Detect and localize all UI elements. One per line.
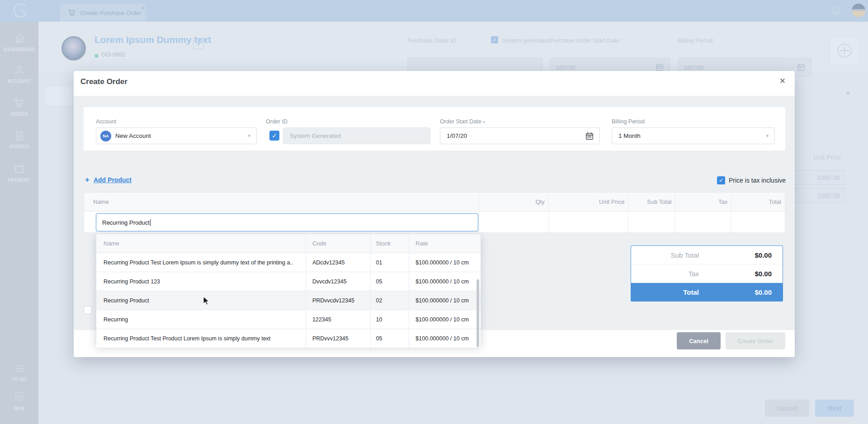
billing-period-value: 1/07/20 [684, 64, 703, 71]
order-id-checkbox[interactable]: ✓ [269, 131, 279, 141]
background-unit-price-cell: 1000.00 [789, 188, 845, 203]
sidebar-label: ACCOUNT [0, 79, 38, 84]
product-option[interactable]: Recurring Product Test Product Lorem Ips… [96, 329, 481, 348]
menu-icon [14, 363, 25, 374]
sidebar-label: PAYMENT [0, 178, 38, 183]
qty-cell[interactable] [479, 212, 548, 232]
po-id-label: Purchase Order ID : [407, 37, 460, 44]
product-option[interactable]: Recurring Product Test Lorem Ipsum is si… [96, 253, 481, 272]
sub-total-row: Sub Total $0.00 [631, 246, 783, 264]
sidebar-item-order[interactable]: ORDER [0, 97, 38, 117]
system-generated-label: System generated [502, 37, 550, 44]
product-option[interactable]: Recurring 122345 10 $100.000000 / 10 cm [96, 310, 481, 329]
billing-period-value: 1 Month [618, 132, 641, 139]
account-select[interactable]: NA New Account ▾ [96, 127, 257, 144]
calendar-icon[interactable] [585, 132, 594, 141]
order-start-date-label: Order Start Date ▾ [440, 118, 485, 125]
sidebar-label: NEW [0, 406, 38, 411]
text-cursor [150, 219, 151, 226]
sidebar-label: INVOICE [0, 144, 38, 149]
tax-inclusive-checkbox[interactable]: ✓ [717, 176, 725, 184]
order-start-date-input[interactable]: 1/07/20 [440, 127, 600, 144]
user-icon [14, 64, 25, 76]
add-product-link[interactable]: + Add Product [85, 175, 132, 184]
po-start-date-value: 1/07/20 [556, 64, 575, 71]
chevron-down-icon[interactable]: ▾ [193, 39, 204, 49]
row-checkbox[interactable] [84, 306, 92, 314]
background-cancel-button[interactable]: Cancel [765, 400, 809, 417]
billing-period-label: Billing Period [612, 118, 645, 125]
mouse-cursor [203, 296, 211, 306]
wallet-icon [13, 163, 25, 175]
background-next-button[interactable]: Next [815, 400, 854, 417]
sidebar-item-new[interactable]: NEW [0, 390, 38, 411]
calendar-icon[interactable] [797, 63, 806, 72]
dropdown-header-code: Code [306, 234, 370, 253]
sidebar-item-todo[interactable]: TO DO [0, 363, 38, 382]
tax-cell [675, 212, 731, 232]
background-close-icon[interactable]: × [845, 90, 850, 97]
tab-close-icon[interactable]: × [140, 5, 147, 12]
tab-create-purchase-order[interactable]: Create Purchase Order [60, 4, 146, 22]
user-avatar[interactable] [852, 4, 865, 17]
sidebar-item-invoice[interactable]: INVOICE [0, 130, 38, 149]
background-unit-price-header: Unit Price [800, 154, 841, 161]
column-header-total: Total [731, 193, 785, 211]
calendar-icon[interactable] [655, 63, 664, 72]
modal-close-icon[interactable]: × [777, 75, 788, 86]
product-option[interactable]: Recurring Product 123 Dvvcdv12345 05 $10… [96, 272, 481, 291]
sidebar-item-account[interactable]: ACCOUNT [0, 64, 38, 84]
chevron-down-icon: ▾ [483, 120, 485, 124]
top-bar: Create Purchase Order × [0, 0, 868, 22]
modal-title: Create Order [80, 77, 127, 86]
column-header-name: Name [84, 193, 479, 211]
account-initials-badge: NA [100, 131, 111, 141]
sidebar-item-payment[interactable]: PAYMENT [0, 163, 38, 183]
dropdown-header-stock: Stock [370, 234, 409, 253]
record-id: GO-0892 [101, 51, 125, 58]
record-avatar [61, 36, 86, 61]
unit-price-cell[interactable] [548, 212, 628, 232]
add-new-card[interactable] [830, 36, 859, 65]
system-generated-checkbox[interactable]: ✓ [491, 36, 498, 43]
po-start-date-label: Purchase Order Start Date : [550, 37, 623, 44]
create-order-button[interactable]: Create Order [726, 332, 785, 349]
plus-circle-icon [13, 390, 26, 403]
sidebar-label: DASHBOARD [0, 47, 38, 52]
total-row: Total $0.00 [631, 283, 783, 301]
column-header-unit-price: Unit Price [548, 193, 628, 211]
billing-period-label: Billing Period: [678, 37, 714, 44]
cart-icon [13, 97, 25, 109]
create-order-modal: Create Order × Account NA New Account ▾ … [74, 71, 795, 357]
sub-total-cell [628, 212, 675, 232]
order-totals-panel: Sub Total $0.00 Tax $0.00 Total $0.00 [631, 245, 783, 302]
cart-icon [67, 8, 76, 17]
account-value: New Account [115, 132, 151, 139]
home-icon [14, 33, 25, 44]
order-start-date-value: 1/07/20 [447, 132, 467, 139]
dropdown-header-rate: Rate [409, 234, 481, 253]
sidebar-item-dashboard[interactable]: DASHBOARD [0, 33, 38, 52]
tab-label: Create Purchase Order [80, 9, 141, 16]
dropdown-scrollbar[interactable] [476, 279, 479, 347]
sidebar-nav: DASHBOARD ACCOUNT ORDER INVOICE PAYMENT [0, 22, 38, 424]
dropdown-header-row: Name Code Stock Rate [96, 234, 481, 253]
column-header-tax: Tax [675, 193, 731, 211]
chevron-down-icon: ▾ [766, 133, 769, 139]
bell-icon[interactable] [830, 5, 841, 17]
product-name-input[interactable]: Recurring Product [96, 213, 478, 231]
app-root: Create Purchase Order × DASHBOARD ACCOUN… [0, 0, 868, 424]
column-header-qty: Qty [479, 193, 548, 211]
plus-circle-icon [835, 41, 854, 60]
invoice-icon [14, 130, 25, 141]
billing-period-select[interactable]: 1 Month ▾ [612, 127, 775, 144]
order-id-input[interactable]: System Generated [283, 127, 430, 144]
status-dot [94, 54, 99, 58]
tax-row: Tax $0.00 [631, 264, 783, 283]
app-logo-icon[interactable] [11, 1, 30, 20]
product-option-hovered[interactable]: Recurring Product PRDvvcdv12345 02 $100.… [96, 291, 481, 310]
product-table-header: Name Qty Unit Price Sub Total Tax Total [84, 192, 785, 212]
plus-icon: + [85, 175, 90, 184]
total-cell [731, 212, 785, 232]
cancel-button[interactable]: Cancel [677, 332, 721, 349]
